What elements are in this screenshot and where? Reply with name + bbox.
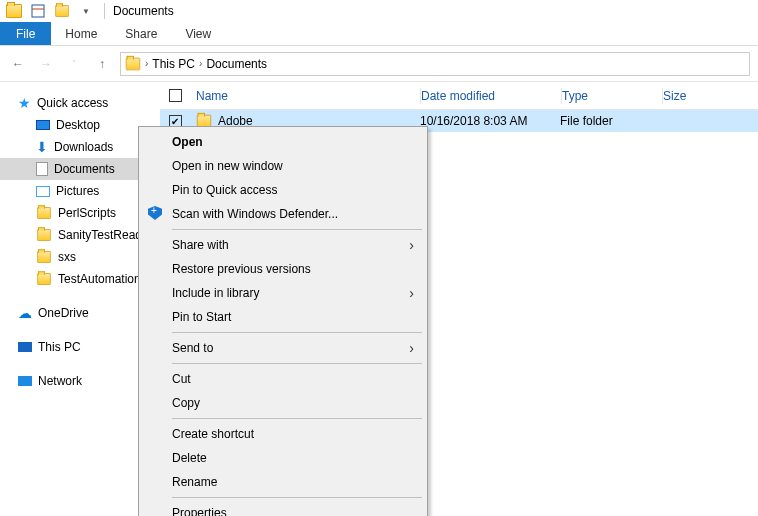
ctx-label: Include in library [172, 286, 259, 300]
ctx-cut[interactable]: Cut [142, 367, 424, 391]
ctx-restore-versions[interactable]: Restore previous versions [142, 257, 424, 281]
chevron-right-icon: › [409, 237, 414, 253]
column-size[interactable]: Size [663, 89, 758, 103]
file-date: 10/16/2018 8:03 AM [420, 114, 560, 128]
sidebar-item-label: Desktop [56, 118, 100, 132]
ctx-pin-start[interactable]: Pin to Start [142, 305, 424, 329]
separator [172, 363, 422, 364]
separator [172, 229, 422, 230]
sidebar-item-label: Documents [54, 162, 115, 176]
address-bar[interactable]: › This PC › Documents [120, 52, 750, 76]
sidebar-item-label: Quick access [37, 96, 108, 110]
recent-dropdown-icon[interactable]: ˅ [64, 54, 84, 74]
file-type: File folder [560, 114, 660, 128]
star-icon: ★ [18, 95, 31, 111]
ctx-label: Send to [172, 341, 213, 355]
ctx-copy[interactable]: Copy [142, 391, 424, 415]
ribbon-tabs: File Home Share View [0, 22, 758, 46]
network-icon [18, 376, 32, 386]
ctx-properties[interactable]: Properties [142, 501, 424, 516]
select-all-checkbox[interactable] [169, 89, 182, 102]
pc-icon [18, 342, 32, 352]
sidebar-item-label: This PC [38, 340, 81, 354]
sidebar-item-label: Pictures [56, 184, 99, 198]
qat-new-folder-icon[interactable] [52, 1, 72, 21]
chevron-right-icon[interactable]: › [199, 58, 202, 69]
picture-icon [36, 186, 50, 197]
separator [172, 332, 422, 333]
download-icon: ⬇ [36, 139, 48, 155]
ctx-pin-quick-access[interactable]: Pin to Quick access [142, 178, 424, 202]
sidebar-item-label: Downloads [54, 140, 113, 154]
sidebar-item-label: OneDrive [38, 306, 89, 320]
svg-rect-0 [32, 5, 44, 17]
desktop-icon [36, 120, 50, 130]
up-button[interactable]: ↑ [92, 54, 112, 74]
tab-share[interactable]: Share [111, 22, 171, 45]
folder-icon [36, 206, 52, 220]
context-menu: Open Open in new window Pin to Quick acc… [138, 126, 428, 516]
ctx-open[interactable]: Open [142, 130, 424, 154]
separator [172, 418, 422, 419]
chevron-right-icon: › [409, 285, 414, 301]
forward-button[interactable]: → [36, 54, 56, 74]
column-headers: Name Date modified Type Size [160, 82, 758, 110]
ctx-share-with[interactable]: Share with› [142, 233, 424, 257]
ctx-label: Scan with Windows Defender... [172, 207, 338, 221]
sidebar-desktop[interactable]: Desktop [0, 114, 160, 136]
window-title: Documents [113, 4, 174, 18]
ctx-label: Share with [172, 238, 229, 252]
title-bar: ▼ Documents [0, 0, 758, 22]
sidebar-documents[interactable]: Documents [0, 158, 160, 180]
sidebar-sanitytest[interactable]: SanityTestReady [0, 224, 160, 246]
tab-view[interactable]: View [171, 22, 225, 45]
ctx-include-library[interactable]: Include in library› [142, 281, 424, 305]
separator [172, 497, 422, 498]
sidebar-perlscripts[interactable]: PerlScripts [0, 202, 160, 224]
column-type[interactable]: Type [562, 89, 662, 103]
sidebar-item-label: SanityTestReady [58, 228, 148, 242]
tab-file[interactable]: File [0, 22, 51, 45]
qat-customize-icon[interactable]: ▼ [76, 1, 96, 21]
qat-properties-icon[interactable] [28, 1, 48, 21]
breadcrumb-thispc[interactable]: This PC [152, 57, 195, 71]
sidebar-item-label: sxs [58, 250, 76, 264]
sidebar-item-label: TestAutomation [58, 272, 141, 286]
navigation-pane: ★Quick access Desktop ⬇Downloads Documen… [0, 82, 160, 516]
ctx-delete[interactable]: Delete [142, 446, 424, 470]
back-button[interactable]: ← [8, 54, 28, 74]
nav-bar: ← → ˅ ↑ › This PC › Documents [0, 46, 758, 82]
sidebar-item-label: Network [38, 374, 82, 388]
breadcrumb-documents[interactable]: Documents [206, 57, 267, 71]
column-date[interactable]: Date modified [421, 89, 561, 103]
sidebar-pictures[interactable]: Pictures [0, 180, 160, 202]
ctx-scan-defender[interactable]: Scan with Windows Defender... [142, 202, 424, 226]
document-icon [36, 162, 48, 176]
cloud-icon: ☁ [18, 305, 32, 321]
sidebar-network[interactable]: Network [0, 370, 160, 392]
shield-icon [148, 206, 164, 222]
folder-icon [36, 250, 52, 264]
folder-icon [36, 228, 52, 242]
chevron-right-icon: › [409, 340, 414, 356]
ctx-open-new-window[interactable]: Open in new window [142, 154, 424, 178]
ctx-rename[interactable]: Rename [142, 470, 424, 494]
chevron-right-icon[interactable]: › [145, 58, 148, 69]
folder-icon [4, 1, 24, 21]
sidebar-quick-access[interactable]: ★Quick access [0, 92, 160, 114]
sidebar-thispc[interactable]: This PC [0, 336, 160, 358]
folder-icon [125, 57, 141, 71]
sidebar-onedrive[interactable]: ☁OneDrive [0, 302, 160, 324]
column-name[interactable]: Name [190, 89, 420, 103]
sidebar-sxs[interactable]: sxs [0, 246, 160, 268]
ctx-send-to[interactable]: Send to› [142, 336, 424, 360]
tab-home[interactable]: Home [51, 22, 111, 45]
folder-icon [36, 272, 52, 286]
sidebar-downloads[interactable]: ⬇Downloads [0, 136, 160, 158]
ctx-create-shortcut[interactable]: Create shortcut [142, 422, 424, 446]
sidebar-item-label: PerlScripts [58, 206, 116, 220]
sidebar-testautomation[interactable]: TestAutomation [0, 268, 160, 290]
